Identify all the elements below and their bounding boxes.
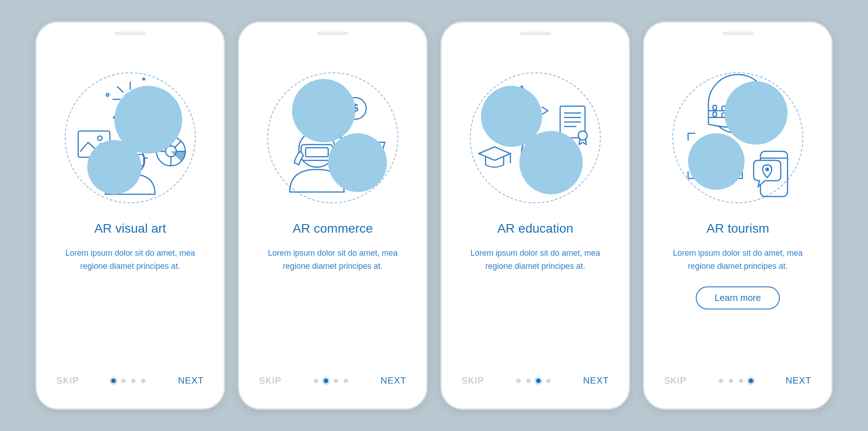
skip-button[interactable]: SKIP (57, 375, 79, 386)
phone-mockup: AR visual art Lorem ipsum dolor sit do a… (35, 21, 225, 410)
dot[interactable] (314, 379, 318, 383)
screen-title: AR visual art (94, 221, 166, 236)
illustration-education (470, 72, 601, 203)
dot[interactable] (516, 379, 521, 383)
dot[interactable] (719, 379, 723, 383)
screen-title: AR education (497, 221, 573, 236)
dot[interactable] (334, 379, 338, 383)
screen-title: AR commerce (292, 221, 373, 236)
screen-description: Lorem ipsum dolor sit do amet, mea regio… (260, 247, 405, 273)
onboarding-screen: AR visual art Lorem ipsum dolor sit do a… (46, 50, 215, 399)
phone-mockup: AR education Lorem ipsum dolor sit do am… (440, 21, 630, 410)
screen-description: Lorem ipsum dolor sit do amet, mea regio… (58, 247, 203, 273)
onboarding-screens-row: AR visual art Lorem ipsum dolor sit do a… (17, 3, 851, 428)
screen-description: Lorem ipsum dolor sit do amet, mea regio… (665, 247, 810, 273)
onboarding-screen: AR tourism Lorem ipsum dolor sit do amet… (653, 50, 822, 399)
next-button[interactable]: NEXT (786, 375, 811, 386)
page-indicator (111, 379, 146, 383)
screen-title: AR tourism (707, 221, 769, 236)
illustration-commerce: $ (267, 72, 398, 203)
dot[interactable] (729, 379, 733, 383)
illustration-tourism (672, 72, 803, 203)
onboarding-screen: $ (248, 50, 417, 399)
dot[interactable] (344, 379, 348, 383)
bottom-navigation: SKIP NEXT (57, 375, 204, 386)
dot[interactable] (131, 379, 136, 383)
next-button[interactable]: NEXT (178, 375, 204, 386)
bottom-navigation: SKIP NEXT (259, 375, 406, 386)
next-button[interactable]: NEXT (381, 375, 406, 386)
onboarding-screen: AR education Lorem ipsum dolor sit do am… (451, 50, 620, 399)
bottom-navigation: SKIP NEXT (664, 375, 811, 386)
skip-button[interactable]: SKIP (664, 375, 687, 386)
dot[interactable] (536, 379, 541, 383)
dot[interactable] (324, 379, 328, 383)
phone-mockup: $ (238, 21, 428, 410)
dot[interactable] (546, 379, 551, 383)
bottom-navigation: SKIP NEXT (462, 375, 609, 386)
dot[interactable] (141, 379, 146, 383)
dot[interactable] (749, 379, 753, 383)
page-indicator (516, 379, 551, 383)
skip-button[interactable]: SKIP (259, 375, 282, 386)
learn-more-button[interactable]: Learn more (696, 286, 780, 309)
dot[interactable] (739, 379, 743, 383)
phone-mockup: AR tourism Lorem ipsum dolor sit do amet… (643, 21, 833, 410)
screen-description: Lorem ipsum dolor sit do amet, mea regio… (463, 247, 608, 273)
next-button[interactable]: NEXT (583, 375, 609, 386)
dot[interactable] (526, 379, 531, 383)
page-indicator (719, 379, 753, 383)
skip-button[interactable]: SKIP (462, 375, 484, 386)
dot[interactable] (111, 379, 116, 383)
illustration-visual-art (65, 72, 196, 203)
page-indicator (314, 379, 348, 383)
dot[interactable] (121, 379, 126, 383)
